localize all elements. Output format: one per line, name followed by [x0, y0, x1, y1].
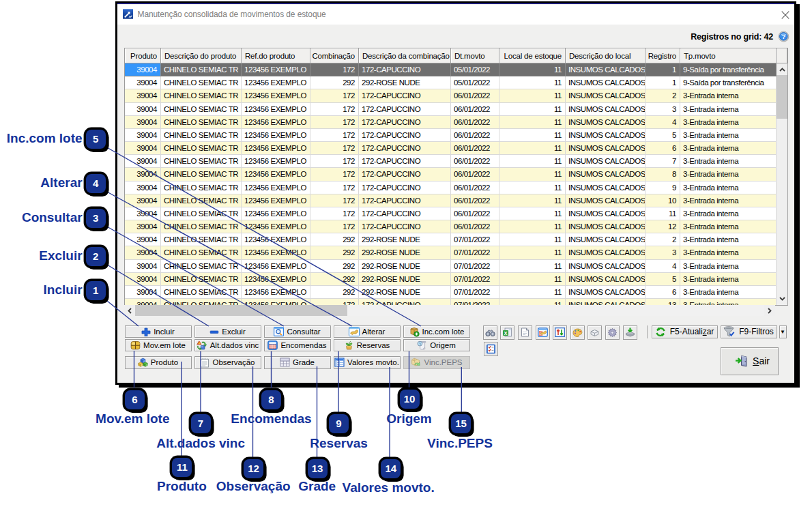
svg-text:X: X: [504, 330, 508, 336]
svg-text:?: ?: [781, 33, 785, 40]
